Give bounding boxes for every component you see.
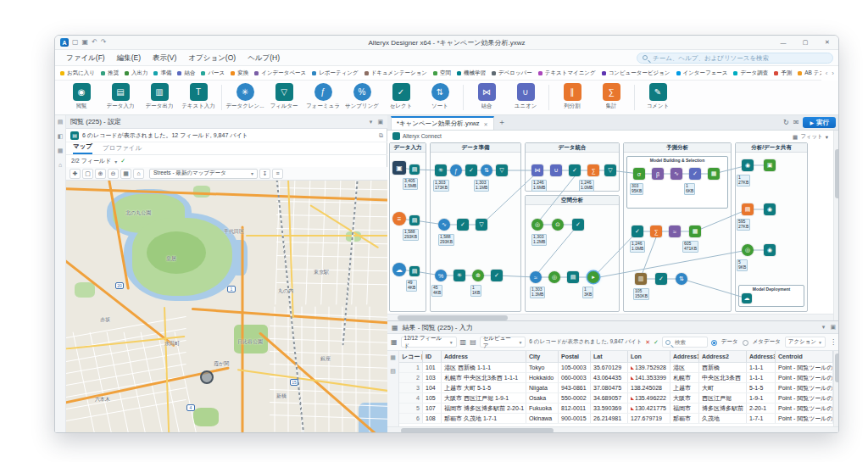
scrollbar-thumb[interactable] (835, 353, 839, 382)
chevron-left-icon[interactable]: ‹ (826, 70, 828, 77)
category-3[interactable]: 準備 (153, 70, 171, 77)
table-cell[interactable]: 中央区北3条西 (699, 373, 747, 382)
category-17[interactable]: 予測 (774, 70, 792, 77)
menu-item-3[interactable]: オプション(O) (182, 50, 242, 66)
table-cell[interactable]: Point - 閲覧ツールのマップ表... (776, 414, 833, 423)
table-cell[interactable]: 2-20-1 (747, 404, 776, 413)
workflow-tool-32[interactable]: ∿ (670, 168, 682, 180)
tool-annotation-20[interactable]: 5 9KB (737, 259, 748, 271)
canvas-horizontal-scrollbar[interactable] (387, 314, 833, 320)
zoom-out-icon[interactable]: ⊖ (108, 169, 119, 179)
close-tab-icon[interactable]: ✕ (484, 121, 488, 127)
scrollbar-thumb[interactable] (835, 149, 839, 198)
table-cell[interactable]: 3 (399, 383, 423, 392)
apply-check-icon[interactable]: ✓ (120, 158, 125, 164)
table-cell[interactable]: 34.689057 (591, 393, 628, 403)
category-12[interactable]: デベロッパー (492, 70, 532, 77)
select-box-icon[interactable]: ▢ (82, 169, 93, 179)
config-panel-header[interactable]: 閲覧 (225) - 設定 ▾ ▣ (66, 115, 387, 129)
category-9[interactable]: ドキュメンテーション (364, 70, 427, 77)
results-search[interactable] (662, 337, 708, 348)
workflow-tool-8[interactable]: ✓ (465, 164, 477, 176)
table-cell[interactable]: 2 (399, 373, 423, 382)
table-cell[interactable]: Niigata (526, 383, 559, 392)
map-view[interactable]: 120154北の丸公園皇居千代田区丸の内東京駅日比谷公園霞が関永田町銀座新橋赤坂… (66, 181, 387, 433)
tool-annotation-0[interactable]: 3,405 1.5MB (403, 178, 418, 190)
column-header-Centroid[interactable]: Centroid (776, 351, 833, 362)
tool-annotation-4[interactable]: 1,303 1.1MB (474, 180, 489, 192)
table-cell[interactable]: 札幌市 中央区北3条西 1-1-1 (442, 373, 526, 382)
tool-annotation-2[interactable]: 49 4KB (406, 280, 417, 292)
new-document-icon[interactable]: ▢ (72, 39, 79, 46)
table-row[interactable]: 2103札幌市 中央区北3条西 1-1-1Hokkaido060-000343.… (399, 373, 833, 383)
tool-annotation-11[interactable]: 1,303 1.3MB (530, 287, 545, 298)
selected-point-marker[interactable] (200, 370, 214, 384)
table-cell[interactable]: 135.496222 (628, 393, 670, 403)
table-cell[interactable]: 103 (423, 373, 442, 382)
workflow-tool-29[interactable]: ▸ (587, 271, 599, 283)
workflow-tool-44[interactable]: ▤ (742, 203, 754, 215)
table-row[interactable]: 6108那覇市 久茂地 1-7-1Okinawa900-001526.21498… (399, 414, 833, 424)
table-cell[interactable]: 港区 西新橋 1-1-1 (442, 363, 526, 372)
home-panel-icon[interactable]: ⌂ (58, 162, 62, 168)
column-header-ID[interactable]: ID (423, 351, 442, 362)
workflow-tool-23[interactable]: ◎ (531, 219, 543, 231)
palette-tool-10[interactable]: ⋈結合 (467, 83, 506, 110)
workflow-tool-28[interactable]: ▤ (567, 271, 579, 283)
field-selector[interactable]: 2/2 フィールド (71, 157, 111, 165)
workflow-tool-30[interactable]: σ (633, 168, 645, 180)
global-search[interactable] (637, 53, 833, 64)
chevron-down-icon[interactable]: ▾ (114, 159, 117, 164)
workflow-tool-27[interactable]: ◎ (548, 271, 560, 283)
alteryx-connect-chip[interactable]: Alteryx Connect (392, 132, 442, 140)
table-row[interactable]: 1101港区 西新橋 1-1-1Tokyo105-000335.67012913… (399, 363, 833, 373)
menu-item-0[interactable]: ファイル(F) (60, 50, 111, 66)
tool-annotation-3[interactable]: 1,303 173KB (433, 180, 449, 192)
workflow-tool-26[interactable]: ≈ (530, 271, 542, 283)
data-radio[interactable] (711, 340, 717, 346)
table-cell[interactable]: 105-0003 (559, 363, 591, 372)
workflow-tool-5[interactable]: ▤ (409, 266, 420, 276)
table-cell[interactable]: 6 (399, 414, 423, 423)
workflow-tool-31[interactable]: β (652, 168, 664, 180)
category-4[interactable]: 結合 (177, 70, 195, 77)
table-cell[interactable]: 107 (423, 404, 442, 413)
home-icon[interactable]: ⌂ (133, 169, 144, 179)
table-cell[interactable]: 上越市 大町 5-1-5 (442, 383, 526, 392)
save-map-icon[interactable]: ↧ (259, 169, 270, 179)
error-filter-icon[interactable]: ✕ (645, 339, 650, 346)
tool-annotation-14[interactable]: 1 6KB (684, 183, 695, 195)
table-cell[interactable]: Point - 閲覧ツールのマップ表... (776, 404, 833, 413)
table-cell[interactable]: 福岡市 (670, 404, 699, 413)
tool-annotation-8[interactable]: 1,246 1.6MB (531, 180, 547, 192)
column-header-Address1[interactable]: Address1 (670, 351, 699, 362)
table-cell[interactable]: Point - 閲覧ツールのマップ表... (776, 383, 833, 392)
tool-annotation-18[interactable]: 1 27KB (737, 175, 750, 186)
table-cell[interactable]: 札幌市 (670, 373, 699, 382)
table-cell[interactable]: Osaka (526, 393, 559, 403)
results-header[interactable]: ▦ 結果 - 閲覧 (225) - 入力 ▾ ▣ (387, 321, 839, 334)
table-cell[interactable]: 060-0003 (559, 373, 591, 382)
menu-item-2[interactable]: 表示(V) (147, 50, 182, 66)
workflow-tool-34[interactable]: ▦ (708, 168, 720, 180)
column-header-Address[interactable]: Address (442, 351, 526, 362)
table-cell[interactable]: 141.353399 (628, 373, 670, 382)
category-11[interactable]: 機械学習 (457, 70, 486, 77)
workflow-tool-20[interactable]: ✓ (569, 164, 581, 176)
workflow-tool-22[interactable]: ▽ (604, 164, 616, 176)
table-cell[interactable]: 西区江戸堀 (699, 393, 747, 403)
redo-icon[interactable]: ↷ (101, 39, 107, 46)
workflow-tool-46[interactable]: ◎ (742, 244, 754, 256)
table-cell[interactable]: 福岡市 博多区博多駅前 2-20-1 (442, 404, 526, 413)
workflow-tool-16[interactable]: ⊕ (472, 270, 484, 281)
table-cell[interactable]: 105 (423, 393, 442, 403)
pin-icon[interactable]: ▣ (377, 119, 383, 125)
basemap-select[interactable]: Streets - 最新のマップデータ▾ (149, 169, 258, 179)
workflow-tool-21[interactable]: ∑ (587, 164, 599, 176)
table-cell[interactable]: 大町 (699, 383, 747, 392)
palette-tool-8[interactable]: ✓セレクト (381, 83, 420, 110)
results-horizontal-scrollbar[interactable] (387, 426, 839, 433)
table-cell[interactable]: 港区 (670, 363, 699, 372)
workflow-tool-38[interactable]: ▦ (689, 225, 701, 237)
palette-tool-11[interactable]: ∪ユニオン (506, 83, 545, 110)
